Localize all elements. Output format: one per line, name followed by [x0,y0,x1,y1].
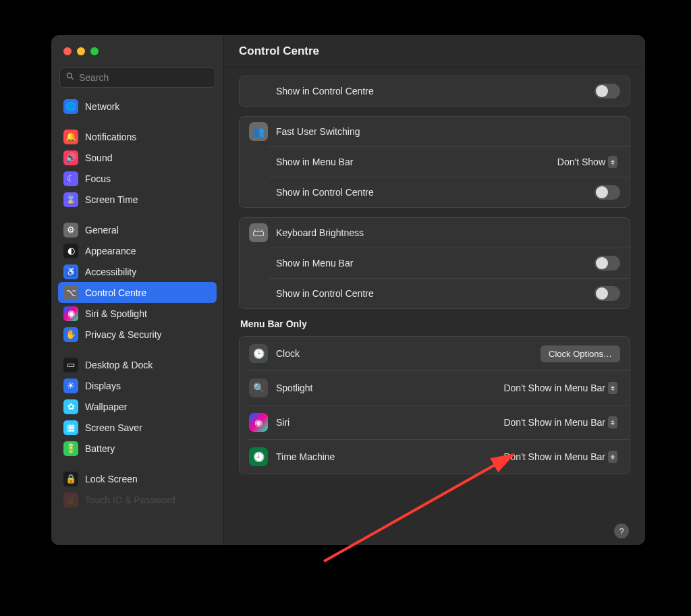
siri-spotlight-icon: ◉ [63,306,78,321]
sidebar-item-screen-saver[interactable]: ▦Screen Saver [58,417,217,438]
sidebar-item-label: Control Centre [85,287,146,298]
main-pane: Control Centre Show in Control Centre 👥 … [224,35,645,545]
chevron-updown-icon [608,382,617,394]
row-label: Siri [276,417,501,428]
row-label: Show in Menu Bar [276,157,555,167]
siri-icon: ◉ [249,413,268,432]
panel-fast-user-switching: 👥 Fast User Switching Show in Menu Bar D… [239,116,630,208]
select-siri-menubar[interactable]: Don't Show in Menu Bar [501,415,620,430]
select-value: Don't Show in Menu Bar [503,417,605,428]
select-value: Don't Show [557,157,605,167]
row-header-keyboard-brightness: Keyboard Brightness [240,218,630,248]
row-fus-controlcentre: Show in Control Centre [240,177,630,207]
row-kb-menubar: Show in Menu Bar [240,248,630,278]
sidebar-item-lock-screen[interactable]: 🔒Lock Screen [58,468,217,489]
sidebar-item-label: Battery [85,443,115,454]
sidebar-item-label: Lock Screen [85,474,138,484]
chevron-updown-icon [608,156,617,168]
sidebar-item-label: Accessibility [85,267,136,277]
control-centre-icon: ⌥ [63,285,78,300]
search-input[interactable] [79,72,209,83]
sidebar-item-accessibility[interactable]: ♿Accessibility [58,261,217,282]
row-time-machine: 🕘Time MachineDon't Show in Menu Bar [240,440,630,474]
sidebar-item-label: Touch ID & Password [85,495,175,505]
sidebar-item-label: Appearance [85,246,136,256]
sidebar-item-network[interactable]: 🌐Network [58,96,217,117]
wallpaper-icon: ✿ [63,399,78,414]
network-icon: 🌐 [63,99,78,114]
sidebar-item-wallpaper[interactable]: ✿Wallpaper [58,396,217,417]
row-label: Spotlight [276,383,501,393]
row-spotlight: 🔍SpotlightDon't Show in Menu Bar [240,371,630,405]
sidebar-item-desktop-dock[interactable]: ▭Desktop & Dock [58,354,217,375]
row-kb-controlcentre: Show in Control Centre [240,279,630,308]
section-title-menubar-only: Menu Bar Only [240,318,629,329]
clock-icon: 🕒 [249,344,268,363]
main-header: Control Centre [224,35,645,67]
toggle-fus-controlcentre[interactable] [595,185,620,200]
keyboard-brightness-icon [249,223,268,242]
search-field[interactable] [59,67,215,88]
toggle-show-in-control-centre[interactable] [595,84,620,99]
system-settings-window: 🌐Network🔔Notifications🔊Sound☾Focus⌛Scree… [51,35,645,545]
sidebar-item-control-centre[interactable]: ⌥Control Centre [58,282,217,303]
toggle-kb-controlcentre[interactable] [595,286,620,301]
main-body[interactable]: Show in Control Centre 👥 Fast User Switc… [224,67,645,545]
svg-rect-2 [254,232,264,236]
screen-saver-icon: ▦ [63,420,78,435]
select-fus-menubar[interactable]: Don't Show [555,155,620,169]
sidebar-item-notifications[interactable]: 🔔Notifications [58,126,217,147]
spotlight-icon: 🔍 [249,379,268,397]
search-wrap [51,67,223,93]
close-window-button[interactable] [63,47,72,55]
fullscreen-window-button[interactable] [90,47,99,55]
focus-icon: ☾ [63,171,78,186]
select-time-machine-menubar[interactable]: Don't Show in Menu Bar [501,449,620,464]
sidebar-item-label: Screen Time [85,194,138,205]
section-label: Keyboard Brightness [276,227,620,238]
sidebar-item-battery[interactable]: 🔋Battery [58,438,217,459]
svg-line-5 [262,230,263,231]
row-label: Show in Menu Bar [276,258,595,269]
accessibility-icon: ♿ [63,264,78,279]
general-icon: ⚙ [63,223,78,237]
row-header-fast-user-switching: 👥 Fast User Switching [240,117,630,146]
help-button[interactable]: ? [614,524,629,538]
sidebar-item-focus[interactable]: ☾Focus [58,168,217,189]
row-show-in-control-centre: Show in Control Centre [240,76,630,106]
users-icon: 👥 [249,122,268,141]
appearance-icon: ◐ [63,244,78,258]
svg-line-3 [254,230,256,231]
sidebar-item-label: Notifications [85,132,136,142]
select-spotlight-menubar[interactable]: Don't Show in Menu Bar [501,381,620,395]
desktop-dock-icon: ▭ [63,358,78,372]
toggle-kb-menubar[interactable] [595,256,620,271]
panel-previous-section: Show in Control Centre [239,76,630,107]
displays-icon: ☀ [63,379,78,393]
svg-point-0 [67,73,72,78]
sidebar-item-label: Focus [85,173,111,184]
sidebar-item-displays[interactable]: ☀Displays [58,375,217,396]
sidebar-item-screen-time[interactable]: ⌛Screen Time [58,189,217,210]
row-clock: 🕒ClockClock Options… [240,337,630,370]
sidebar-item-label: Wallpaper [85,401,128,412]
select-value: Don't Show in Menu Bar [503,451,605,462]
sidebar-item-siri-spotlight[interactable]: ◉Siri & Spotlight [58,303,217,324]
sidebar-item-privacy-security[interactable]: ✋Privacy & Security [58,324,217,345]
select-value: Don't Show in Menu Bar [503,383,605,393]
panel-menubar-only: 🕒ClockClock Options…🔍SpotlightDon't Show… [239,336,630,474]
chevron-updown-icon [608,416,617,428]
clock-options-button[interactable]: Clock Options… [541,345,620,362]
sidebar-item-general[interactable]: ⚙General [58,219,217,240]
sidebar-item-label: Screen Saver [85,422,142,433]
minimize-window-button[interactable] [77,47,85,55]
sidebar-item-touch-id-password[interactable]: ☝Touch ID & Password [58,489,217,510]
screen-time-icon: ⌛ [63,192,78,207]
sidebar-list[interactable]: 🌐Network🔔Notifications🔊Sound☾Focus⌛Scree… [51,93,223,545]
row-label: Show in Control Centre [276,288,595,299]
sidebar-item-appearance[interactable]: ◐Appearance [58,240,217,261]
row-label: Show in Control Centre [276,86,595,96]
row-label: Time Machine [276,451,501,462]
sidebar-item-sound[interactable]: 🔊Sound [58,147,217,168]
row-fus-menubar: Show in Menu Bar Don't Show [240,147,630,177]
